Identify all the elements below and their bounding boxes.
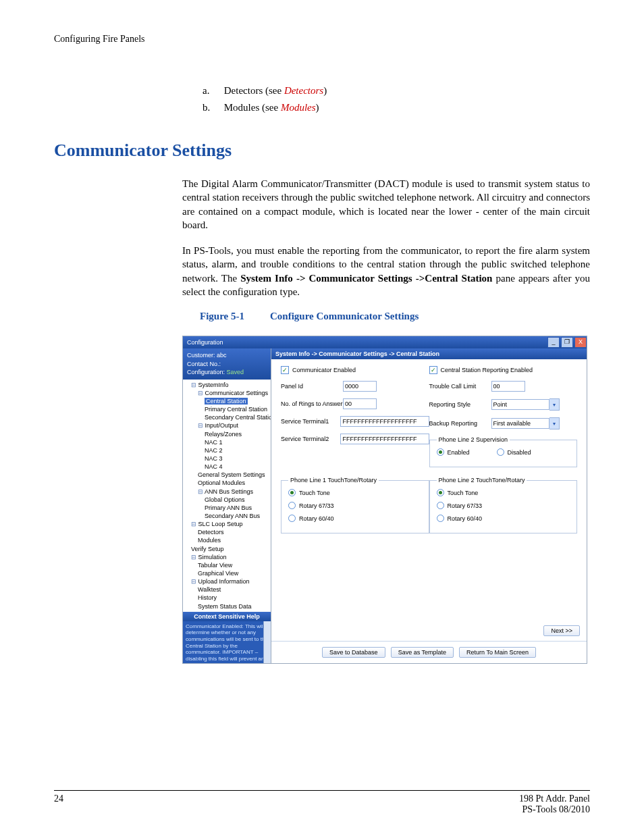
tree-node[interactable]: Modules [198,537,221,544]
breadcrumb: System Info -> Communicator Settings -> … [271,348,587,359]
radio-icon [437,515,444,522]
service-terminal2-label: Service Terminal2 [281,436,340,442]
tree-node[interactable]: History [198,594,217,601]
cs-reporting-enabled-checkbox[interactable]: ✓ Central Station Reporting Enabled [429,366,578,374]
phone1-rotary67-radio[interactable]: Rotary 67/33 [288,502,422,509]
running-header: Configuring Fire Panels [54,34,590,45]
detectors-link[interactable]: Detectors [284,85,323,96]
footer-tool: PS-Tools 08/2010 [522,804,590,814]
tree-node[interactable]: Verify Setup [191,546,224,552]
radio-icon [288,502,296,509]
tree-node[interactable]: NAC 2 [205,447,223,454]
phone2-rotary67-radio[interactable]: Rotary 67/33 [437,502,570,509]
chevron-down-icon: ▾ [549,417,560,429]
reporting-style-select[interactable]: ▾ [491,398,560,411]
customer-value: abc [217,352,227,359]
tree-node[interactable]: Communicator Settings [205,390,269,396]
tree-node[interactable]: Optional Modules [198,479,245,486]
tree-node[interactable]: SLC Loop Setup [198,521,243,527]
tree-node[interactable]: ANN Bus Settings [205,488,253,495]
reporting-style-label: Reporting Style [429,401,491,408]
tree-node[interactable]: General System Settings [198,471,265,478]
maximize-button[interactable]: ❐ [561,337,573,348]
list-item: b. Modules (see Modules) [203,102,590,113]
radio-icon [437,502,444,509]
tree-node[interactable]: Primary ANN Bus [205,504,252,511]
minimize-button[interactable]: _ [547,337,560,348]
paragraph: The Digital Alarm Communicator/Transmitt… [182,177,590,232]
tree-node[interactable]: Tabular View [198,562,232,569]
trouble-call-limit-input[interactable] [491,381,525,392]
list-item: a. Detectors (see Detectors) [203,85,590,97]
rings-input[interactable] [343,398,377,409]
list-marker: a. [203,85,221,97]
radio-label: Disabled [508,449,531,456]
group-legend: Phone Line 1 TouchTone/Rotary [288,477,379,484]
close-button[interactable]: X [574,337,587,348]
save-as-template-button[interactable]: Save as Template [391,647,454,658]
footer-product: 198 Pt Addr. Panel [519,793,590,804]
select-value [491,399,549,410]
tree-node[interactable]: Secondary Central Station [205,414,271,421]
panel-id-input[interactable] [343,381,377,392]
service-terminal1-label: Service Terminal1 [281,418,340,425]
tree-node-selected[interactable]: Central Station [205,398,248,405]
return-main-button[interactable]: Return To Main Screen [459,647,536,658]
phone2-rotary60-radio[interactable]: Rotary 60/40 [437,515,570,522]
list-text: Detectors (see [224,85,284,96]
window-buttons: _ ❐ X [546,337,587,348]
radio-label: Touch Tone [448,490,479,496]
supervision-enabled-radio[interactable]: Enabled [437,448,470,456]
panel-id-label: Panel Id [281,383,343,390]
scrollbar[interactable] [263,621,271,663]
backup-reporting-select[interactable]: ▾ [491,417,560,429]
communicator-enabled-checkbox[interactable]: ✓ Communicator Enabled [281,366,429,374]
tree-node[interactable]: Secondary ANN Bus [205,513,260,519]
button-bar: Next >> Save to Database Save as Templat… [271,641,587,663]
nav-tree[interactable]: ⊟ SystemInfo ⊟ Communicator Settings Cen… [183,380,271,612]
paragraph: In PS-Tools, you must enable the reporti… [182,244,590,298]
page-number: 24 [54,793,63,815]
checkbox-icon: ✓ [429,366,437,374]
modules-link[interactable]: Modules [281,102,316,113]
tree-node[interactable]: Global Options [205,496,245,503]
next-button[interactable]: Next >> [543,625,580,636]
section-heading: Communicator Settings [54,140,590,161]
main-pane: System Info -> Communicator Settings -> … [271,348,587,663]
phone1-touchtone-radio[interactable]: Touch Tone [288,489,422,496]
tree-node[interactable]: SystemInfo [198,382,229,388]
ordered-list: a. Detectors (see Detectors) b. Modules … [203,85,590,113]
tree-node[interactable]: Relays/Zones [205,431,242,438]
tree-node[interactable]: Graphical View [198,570,238,577]
customer-label: Customer: [187,352,215,359]
info-block: Customer: abc Contact No.: Configuration… [183,348,271,380]
tree-node[interactable]: System Status Data [198,603,252,610]
tree-node[interactable]: Input/Output [205,422,239,429]
tree-node[interactable]: Detectors [198,529,224,536]
radio-icon [497,448,504,456]
service-terminal2-input[interactable] [340,434,429,444]
tree-node[interactable]: Walktest [198,586,221,593]
tree-node[interactable]: NAC 4 [205,463,223,470]
title-bar: Configuration _ ❐ X [183,336,587,348]
supervision-disabled-radio[interactable]: Disabled [497,448,531,456]
list-marker: b. [203,102,221,113]
tree-node[interactable]: Primary Central Station [205,406,267,413]
list-text: Modules (see [224,102,281,113]
save-to-database-button[interactable]: Save to Database [322,647,385,658]
phone2-touchtone-radio[interactable]: Touch Tone [437,489,570,496]
select-value [491,418,549,429]
radio-label: Enabled [448,449,470,456]
tree-node[interactable]: NAC 1 [205,439,223,446]
radio-label: Rotary 67/33 [299,502,334,509]
service-terminal1-input[interactable] [340,416,429,427]
form-area: ✓ Communicator Enabled Panel Id No. of R… [271,359,587,641]
window-title: Configuration [187,336,223,348]
help-header: Context Sensitive Help [183,612,271,621]
figure-number: Figure 5-1 [200,311,244,321]
tree-node[interactable]: Simulation [198,554,227,561]
help-body: Communicator Enabled: This will determin… [186,623,268,663]
tree-node[interactable]: NAC 3 [205,455,223,462]
phone1-rotary60-radio[interactable]: Rotary 60/40 [288,515,422,522]
tree-node[interactable]: Upload Information [198,578,250,585]
